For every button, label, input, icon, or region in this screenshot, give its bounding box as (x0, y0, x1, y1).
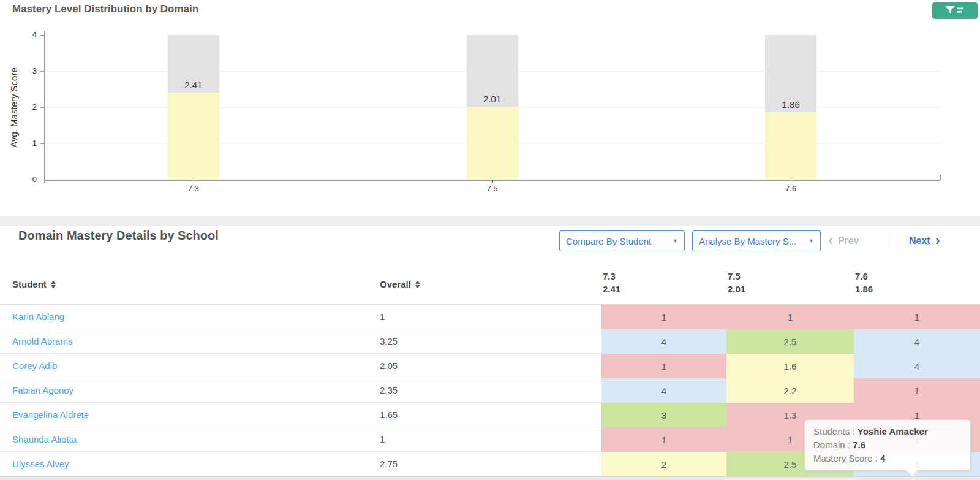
table-row: Fabian Agonoy2.3542.21 (0, 378, 980, 403)
score-cell[interactable]: 4 (601, 329, 726, 354)
y-axis-tick (40, 35, 44, 36)
mastery-bar-chart: 01234Avg. Mastery Score2.417.32.017.51.8… (0, 0, 980, 208)
horizontal-scrollbar[interactable] (0, 476, 980, 480)
domain-code: 7.3 (603, 270, 620, 283)
tooltip-domain-line: Domain : 7.6 (813, 438, 962, 452)
student-link[interactable]: Shaunda Aliotta (12, 434, 77, 444)
prev-button[interactable]: ‹ Prev (828, 230, 859, 251)
bar-7.5[interactable] (467, 107, 518, 180)
score-cell[interactable]: 1 (854, 378, 980, 403)
bar-value-label: 2.41 (168, 80, 219, 90)
y-axis-tick (40, 180, 44, 180)
compare-by-dropdown-value: Compare By Student (566, 236, 651, 246)
x-axis-category-label: 7.5 (467, 184, 518, 193)
score-cell[interactable]: 1.6 (726, 354, 854, 378)
table-row: Arnold Abrams3.2542.54 (0, 329, 980, 354)
column-header-overall[interactable]: Overall (380, 279, 420, 289)
pager-divider (888, 235, 888, 248)
column-header-domain-7.5[interactable]: 7.52.01 (728, 270, 745, 295)
column-header-student-label: Student (12, 279, 47, 289)
sort-icon (51, 281, 56, 288)
tooltip-score-line: Mastery Score : 4 (813, 452, 962, 465)
student-link[interactable]: Ulysses Alvey (12, 459, 69, 469)
analyse-by-dropdown[interactable]: Analyse By Mastery S... ▼ (692, 230, 821, 251)
overall-value: 1 (380, 311, 385, 322)
bar-7.6[interactable] (765, 112, 816, 180)
y-axis-line (44, 31, 45, 183)
x-axis-tick (194, 180, 194, 183)
x-axis-tick (492, 180, 493, 183)
domain-code: 7.5 (728, 270, 745, 283)
x-axis-category-label: 7.6 (765, 184, 816, 193)
score-cell[interactable]: 1 (601, 305, 726, 329)
y-axis-tick-label: 0 (18, 175, 37, 184)
overall-value: 2.05 (380, 360, 398, 371)
overall-value: 1.65 (380, 410, 398, 420)
x-axis-category-label: 7.3 (168, 184, 219, 193)
overall-value: 2.35 (380, 385, 398, 395)
bar-value-label: 2.01 (467, 94, 518, 104)
score-cell[interactable]: 2.5 (726, 329, 854, 354)
student-link[interactable]: Fabian Agonoy (12, 385, 74, 395)
y-axis-tick-label: 3 (18, 66, 37, 75)
y-axis-tick-label: 1 (18, 139, 37, 148)
column-header-overall-label: Overall (380, 279, 411, 289)
student-link[interactable]: Evangelina Aldrete (12, 410, 89, 420)
y-axis-tick-label: 4 (18, 30, 37, 39)
y-axis-tick (40, 107, 44, 108)
score-cell[interactable]: 2.2 (726, 378, 854, 403)
bar-7.3[interactable] (168, 93, 219, 180)
column-header-domain-7.3[interactable]: 7.32.41 (603, 270, 620, 295)
domain-average: 2.41 (603, 283, 620, 295)
tooltip-students-line: Students : Yoshie Amacker (813, 425, 962, 438)
chevron-down-icon: ▼ (673, 238, 678, 244)
y-axis-tick-label: 2 (18, 102, 37, 112)
student-link[interactable]: Karin Ablang (12, 311, 64, 322)
cell-tooltip: Students : Yoshie Amacker Domain : 7.6 M… (804, 419, 971, 471)
domain-code: 7.6 (855, 270, 873, 283)
score-cell[interactable]: 4 (854, 354, 980, 378)
y-axis-tick (40, 71, 44, 72)
score-cell[interactable]: 1 (726, 305, 854, 329)
x-axis-end-tick (940, 175, 941, 180)
student-link[interactable]: Arnold Abrams (12, 336, 72, 346)
chevron-left-icon: ‹ (828, 234, 833, 246)
score-cell[interactable]: 3 (601, 403, 726, 427)
chevron-down-icon: ▼ (809, 238, 814, 244)
compare-by-dropdown[interactable]: Compare By Student ▼ (559, 230, 685, 251)
overall-value: 1 (380, 434, 385, 444)
score-cell[interactable]: 1 (601, 354, 726, 378)
section-separator (0, 216, 980, 226)
score-cell[interactable]: 1 (854, 305, 980, 329)
next-label: Next (909, 235, 930, 246)
overall-value: 3.25 (380, 336, 398, 346)
domain-average: 1.86 (855, 283, 873, 295)
next-button[interactable]: Next › (909, 230, 940, 251)
score-cell[interactable]: 4 (601, 378, 726, 403)
column-header-domain-7.6[interactable]: 7.61.86 (855, 270, 873, 295)
table-header: Student Overall 7.32.417.52.017.61.86 (0, 265, 980, 305)
table-row: Corey Adib2.0511.64 (0, 354, 980, 378)
overall-value: 2.75 (380, 459, 398, 469)
score-cell[interactable]: 4 (854, 329, 980, 354)
column-header-student[interactable]: Student (12, 279, 56, 289)
sort-icon (415, 281, 420, 288)
score-cell[interactable]: 2 (601, 452, 726, 476)
x-axis-tick (791, 180, 791, 183)
domain-average: 2.01 (728, 283, 745, 295)
chevron-right-icon: › (935, 234, 940, 246)
table-section-title: Domain Mastery Details by School (18, 229, 219, 243)
table-row: Karin Ablang1111 (0, 305, 980, 329)
dashboard-page: Mastery Level Distribution by Domain 012… (0, 0, 980, 480)
prev-label: Prev (838, 235, 859, 246)
student-link[interactable]: Corey Adib (12, 360, 57, 371)
score-cell[interactable]: 1 (601, 427, 726, 452)
bar-value-label: 1.86 (765, 99, 816, 110)
y-axis-title: Avg. Mastery Score (9, 59, 19, 157)
y-axis-tick (40, 143, 44, 144)
analyse-by-dropdown-value: Analyse By Mastery S... (699, 236, 796, 246)
